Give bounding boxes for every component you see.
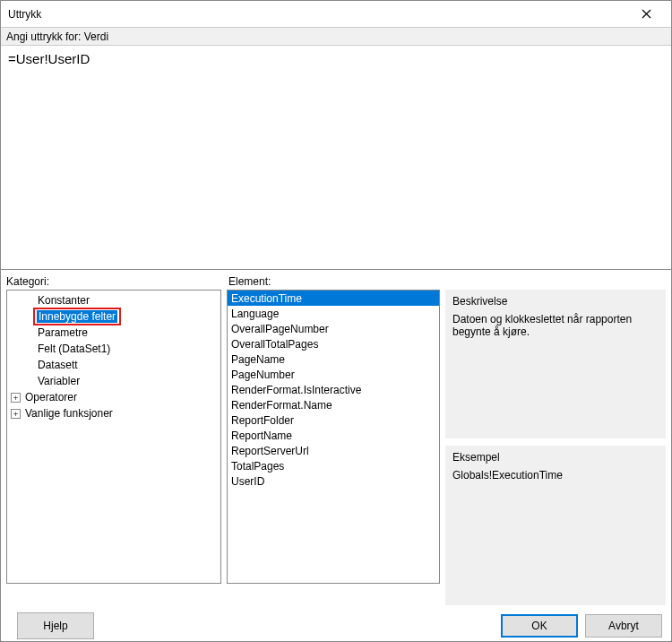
tree-item[interactable]: Variabler <box>7 373 220 389</box>
tree-item-label: Vanlige funksjoner <box>23 407 115 420</box>
ok-button[interactable]: OK <box>501 614 578 638</box>
tree-item-label: Parametre <box>36 326 90 339</box>
tree-item-label: Variabler <box>36 375 82 387</box>
expression-label: Angi uttrykk for: Verdi <box>6 30 108 43</box>
element-label: Element: <box>228 275 444 288</box>
tree-item[interactable]: +Operatorer <box>7 389 220 405</box>
list-item[interactable]: TotalPages <box>228 458 439 473</box>
tree-item-label: Konstanter <box>36 294 91 307</box>
tree-item[interactable]: Innebygde felter <box>7 308 220 325</box>
titlebar: Uttrykk <box>1 1 671 28</box>
list-item[interactable]: ReportName <box>228 428 439 443</box>
list-item[interactable]: ReportFolder <box>228 412 439 428</box>
list-item[interactable]: UserID <box>228 473 439 489</box>
tree-item-label: Datasett <box>36 359 80 371</box>
tree-item[interactable]: +Vanlige funksjoner <box>7 405 220 421</box>
list-item[interactable]: OverallPageNumber <box>228 321 439 336</box>
list-item[interactable]: PageNumber <box>228 367 439 382</box>
mid-labels: Kategori: Element: <box>1 270 671 290</box>
info-panel: Beskrivelse Datoen og klokkeslettet når … <box>445 290 666 605</box>
highlight-box: Innebygde felter <box>33 308 121 325</box>
description-label: Beskrivelse <box>452 295 659 308</box>
tree-item[interactable]: Felt (DataSet1) <box>7 341 220 357</box>
example-box: Eksempel Globals!ExecutionTime <box>445 446 666 605</box>
cancel-button[interactable]: Avbryt <box>585 614 662 638</box>
example-label: Eksempel <box>452 451 659 464</box>
list-item[interactable]: OverallTotalPages <box>228 336 439 351</box>
tree-item-label: Operatorer <box>23 391 79 403</box>
list-item[interactable]: Language <box>228 306 439 321</box>
tree-item[interactable]: Konstanter <box>7 292 220 308</box>
list-item[interactable]: ExecutionTime <box>228 291 439 306</box>
help-button[interactable]: Hjelp <box>17 612 94 639</box>
footer: Hjelp OK Avbryt <box>1 605 671 641</box>
element-list[interactable]: ExecutionTimeLanguageOverallPageNumberOv… <box>227 290 440 584</box>
list-item[interactable]: ReportServerUrl <box>228 443 439 458</box>
category-label: Kategori: <box>6 275 221 288</box>
tree-item[interactable]: Datasett <box>7 357 220 373</box>
expression-label-row: Angi uttrykk for: Verdi <box>1 28 671 46</box>
example-text: Globals!ExecutionTime <box>452 469 659 482</box>
description-box: Beskrivelse Datoen og klokkeslettet når … <box>445 290 666 438</box>
panels: KonstanterInnebygde felterParametreFelt … <box>1 290 671 605</box>
expression-input[interactable] <box>1 46 671 270</box>
category-tree[interactable]: KonstanterInnebygde felterParametreFelt … <box>6 290 221 584</box>
dialog-window: Uttrykk Angi uttrykk for: Verdi Kategori… <box>0 0 672 642</box>
tree-item-label: Felt (DataSet1) <box>36 343 112 355</box>
list-item[interactable]: PageName <box>228 351 439 367</box>
tree-item-label: Innebygde felter <box>37 310 117 323</box>
close-button[interactable] <box>628 2 664 27</box>
expand-icon[interactable]: + <box>11 409 21 419</box>
list-item[interactable]: RenderFormat.Name <box>228 397 439 412</box>
description-text: Datoen og klokkeslettet når rapporten be… <box>452 313 659 338</box>
expand-icon[interactable]: + <box>11 393 21 403</box>
window-title: Uttrykk <box>8 8 628 21</box>
list-item[interactable]: RenderFormat.IsInteractive <box>228 382 439 397</box>
tree-item[interactable]: Parametre <box>7 325 220 341</box>
close-icon <box>642 9 651 19</box>
